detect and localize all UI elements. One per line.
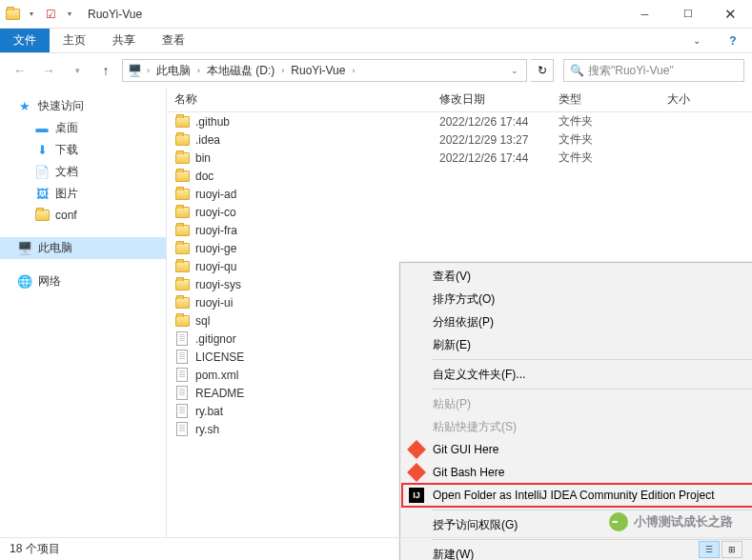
menu-group[interactable]: 分组依据(P)▶ (402, 310, 752, 333)
minimize-button[interactable]: ─ (623, 0, 666, 29)
tab-share[interactable]: 共享 (99, 29, 149, 52)
menu-separator (433, 359, 752, 360)
folder-icon (174, 277, 190, 292)
file-row[interactable]: .idea2022/12/29 13:27文件夹 (167, 130, 752, 149)
close-button[interactable]: ✕ (709, 0, 752, 29)
git-icon (408, 464, 425, 481)
maximize-button[interactable]: ☐ (666, 0, 709, 29)
folder-icon (174, 114, 190, 130)
ribbon-expand-icon[interactable]: ⌄ (680, 29, 714, 52)
ribbon: 文件 主页 共享 查看 ⌄ ? (0, 29, 752, 53)
file-name: ry.sh (195, 423, 219, 436)
file-icon (174, 331, 190, 347)
column-headers[interactable]: 名称 修改日期 类型 大小 (167, 88, 752, 112)
search-input[interactable]: 🔍 搜索"RuoYi-Vue" (563, 59, 744, 82)
qat-dropdown-icon[interactable]: ▾ (23, 6, 40, 23)
file-icon (174, 350, 190, 365)
crumb-folder[interactable]: RuoYi-Vue (289, 64, 347, 77)
forward-button[interactable]: → (36, 58, 61, 83)
picture-icon: 🖼 (34, 187, 50, 202)
sidebar-network[interactable]: 🌐网络 (0, 270, 166, 292)
tab-file[interactable]: 文件 (0, 29, 50, 52)
menu-refresh[interactable]: 刷新(E) (402, 333, 752, 356)
folder-icon (174, 205, 190, 220)
menu-sort[interactable]: 排序方式(O)▶ (402, 288, 752, 310)
folder-icon (174, 313, 190, 329)
sidebar: ★快速访问 ▬桌面 ⬇下载 📄文档 🖼图片 conf 🖥️此电脑 🌐网络 (0, 88, 167, 537)
qat-properties-icon[interactable]: ☑ (42, 6, 59, 23)
pc-icon: 🖥️ (127, 63, 142, 78)
chevron-right-icon[interactable]: › (144, 66, 152, 75)
menu-intellij[interactable]: IJOpen Folder as IntelliJ IDEA Community… (402, 484, 752, 507)
file-name: ruoyi-qu (195, 260, 236, 273)
file-date: 2022/12/29 13:27 (439, 133, 559, 147)
up-button[interactable]: ↑ (93, 58, 118, 83)
crumb-pc[interactable]: 此电脑 (154, 63, 193, 79)
folder-icon (174, 187, 190, 202)
folder-icon (174, 259, 190, 274)
folder-icon (4, 6, 21, 23)
item-count: 18 个项目 (10, 541, 60, 557)
download-icon: ⬇ (34, 143, 50, 158)
view-details-button[interactable]: ☰ (699, 541, 720, 558)
file-name: ruoyi-ge (195, 242, 236, 255)
menu-paste-shortcut: 粘贴快捷方式(S) (402, 415, 752, 438)
menu-separator (433, 389, 752, 390)
sidebar-desktop[interactable]: ▬桌面 (0, 117, 166, 139)
chevron-right-icon[interactable]: › (349, 66, 357, 75)
network-icon: 🌐 (17, 274, 32, 290)
file-row[interactable]: ruoyi-ad (167, 185, 752, 203)
file-row[interactable]: .github2022/12/26 17:44文件夹 (167, 112, 752, 130)
recent-dropdown[interactable]: ▾ (65, 58, 90, 83)
menu-customize[interactable]: 自定义文件夹(F)... (402, 363, 752, 386)
sidebar-downloads[interactable]: ⬇下载 (0, 139, 166, 161)
file-row[interactable]: ruoyi-fra (167, 221, 752, 239)
address-dropdown-icon[interactable]: ⌄ (507, 66, 522, 75)
menu-git-gui[interactable]: Git GUI Here (402, 438, 752, 461)
sidebar-this-pc[interactable]: 🖥️此电脑 (0, 237, 166, 259)
crumb-drive[interactable]: 本地磁盘 (D:) (205, 63, 276, 79)
qat-dropdown2-icon[interactable]: ▾ (61, 6, 78, 23)
menu-git-bash[interactable]: Git Bash Here (402, 461, 752, 484)
desktop-icon: ▬ (34, 121, 50, 136)
menu-paste: 粘贴(P) (402, 392, 752, 415)
file-type: 文件夹 (559, 150, 642, 166)
sidebar-pictures[interactable]: 🖼图片 (0, 183, 166, 205)
tab-home[interactable]: 主页 (50, 29, 99, 52)
file-icon (174, 368, 190, 383)
folder-icon (174, 223, 190, 238)
col-modified[interactable]: 修改日期 (439, 91, 559, 108)
file-type: 文件夹 (559, 131, 642, 148)
col-size[interactable]: 大小 (642, 91, 709, 108)
file-row[interactable]: doc (167, 167, 752, 185)
col-name[interactable]: 名称 (174, 91, 439, 108)
file-list: 名称 修改日期 类型 大小 .github2022/12/26 17:44文件夹… (167, 88, 752, 537)
refresh-button[interactable]: ↻ (531, 59, 554, 82)
file-name: README (195, 387, 244, 400)
file-row[interactable]: ruoyi-co (167, 203, 752, 221)
file-name: ruoyi-ad (195, 188, 236, 201)
chevron-right-icon[interactable]: › (278, 66, 287, 75)
menu-view[interactable]: 查看(V)▶ (402, 265, 752, 288)
file-row[interactable]: bin2022/12/26 17:44文件夹 (167, 149, 752, 167)
col-type[interactable]: 类型 (559, 91, 642, 108)
view-large-button[interactable]: ⊞ (722, 541, 742, 558)
sidebar-quick-access[interactable]: ★快速访问 (0, 95, 166, 117)
navbar: ← → ▾ ↑ 🖥️ › 此电脑 › 本地磁盘 (D:) › RuoYi-Vue… (0, 53, 752, 88)
chevron-right-icon[interactable]: › (194, 66, 203, 75)
search-icon: 🔍 (570, 64, 584, 77)
sidebar-documents[interactable]: 📄文档 (0, 161, 166, 183)
sidebar-conf[interactable]: conf (0, 205, 166, 226)
folder-icon (174, 169, 190, 184)
address-bar[interactable]: 🖥️ › 此电脑 › 本地磁盘 (D:) › RuoYi-Vue › ⌄ (122, 59, 527, 82)
star-icon: ★ (17, 99, 32, 114)
back-button[interactable]: ← (8, 58, 32, 83)
folder-icon (174, 295, 190, 310)
document-icon: 📄 (34, 165, 50, 180)
file-row[interactable]: ruoyi-ge (167, 239, 752, 257)
tab-view[interactable]: 查看 (149, 29, 198, 52)
help-button[interactable]: ? (714, 29, 752, 52)
folder-icon (174, 150, 190, 166)
file-name: doc (195, 170, 213, 183)
window-title: RuoYi-Vue (82, 8, 623, 21)
